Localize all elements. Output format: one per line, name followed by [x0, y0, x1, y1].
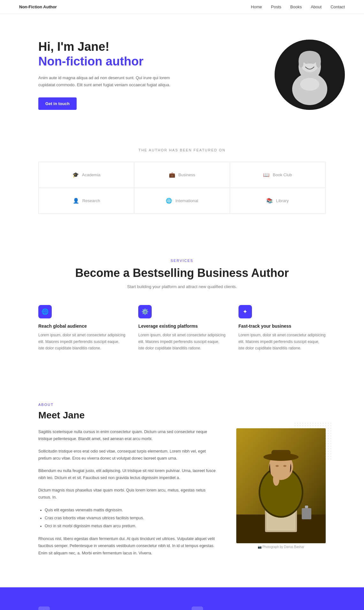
featured-label: THE AUTHOR HAS BEEN FEATURED ON: [38, 148, 326, 152]
service-card: ✦ Fast-track your business Lorem ipsum, …: [239, 305, 326, 351]
service-icon: ⚙️: [138, 305, 152, 318]
service-title: Leverage existing platforms: [138, 324, 225, 329]
featured-name: Research: [82, 198, 100, 203]
featured-icon: 💼: [169, 172, 175, 178]
featured-icon: 👤: [73, 198, 79, 204]
nav-link-about[interactable]: About: [311, 4, 322, 9]
company-icon: 🏢: [192, 606, 203, 610]
svg-point-7: [316, 55, 321, 68]
featured-icon: 📖: [263, 172, 269, 178]
get-in-touch-button[interactable]: Get in touch: [38, 97, 77, 110]
service-icon: ✦: [239, 305, 252, 318]
featured-item: 👤Research: [39, 188, 134, 214]
testimonials-section: 📋 TUPLE Lorem ipsum dolor sit amet conse…: [0, 587, 364, 610]
about-text: Sagittis scelerisque nulla cursus in eni…: [38, 428, 217, 562]
featured-name: Library: [276, 198, 289, 203]
svg-point-23: [276, 465, 279, 467]
featured-item: 🎓Academia: [39, 162, 134, 188]
services-grid: 🌐 Reach global audience Lorem ipsum, dol…: [38, 305, 326, 351]
hero-body: Anim aute id magna aliqua ad ad non dese…: [38, 74, 172, 88]
about-bullets: Quis elit egestas venenatis mattis digni…: [45, 506, 217, 530]
service-card: 🌐 Reach global audience Lorem ipsum, dol…: [38, 305, 125, 351]
services-sub: Start building your platform and attract…: [38, 284, 326, 289]
about-paragraph: Sollicitudin tristique eros erat odio se…: [38, 448, 217, 462]
about-bullet: Quis elit egestas venenatis mattis digni…: [45, 506, 217, 514]
photo-caption: 📷 Photograph by Darius Bashar: [236, 545, 326, 549]
about-closing: Rhoncus nisl, libero egestas diam fermen…: [38, 535, 217, 557]
svg-rect-14: [305, 506, 308, 508]
nav-links: HomePostsBooksAboutContact: [251, 4, 345, 9]
svg-rect-13: [302, 508, 311, 519]
service-title: Fast-track your business: [239, 324, 326, 329]
featured-icon: 🎓: [72, 172, 79, 178]
about-paragraph: Bibendum eu nulla feugiat justo, elit ad…: [38, 467, 217, 482]
featured-item: 📚Library: [230, 188, 325, 214]
about-photo-image: [236, 428, 326, 543]
services-heading: Become a Bestselling Business Author: [38, 266, 326, 280]
about-heading: Meet Jane: [38, 410, 326, 421]
about-label: ABOUT: [38, 403, 326, 407]
featured-name: Business: [178, 172, 195, 177]
featured-item: 🌐International: [134, 188, 230, 214]
testimonial-block: 🏢 Workcation Lorem ipsum dolor sit amet …: [192, 606, 326, 610]
about-paragraph: Sagittis scelerisque nulla cursus in eni…: [38, 428, 217, 443]
hero-text: Hi, I'm Jane! Non-fiction author Anim au…: [38, 40, 172, 110]
hero-heading: Hi, I'm Jane! Non-fiction author: [38, 40, 172, 69]
featured-item: 💼Business: [134, 162, 230, 188]
testimonial-company: 📋 TUPLE: [38, 606, 172, 610]
svg-point-26: [273, 473, 279, 486]
about-paragraph: Dictum magnis risus phasellus vitae quam…: [38, 487, 217, 501]
service-card: ⚙️ Leverage existing platforms Lorem ips…: [138, 305, 225, 351]
nav-link-posts[interactable]: Posts: [271, 4, 282, 9]
nav-link-books[interactable]: Books: [290, 4, 302, 9]
featured-icon: 🌐: [166, 198, 172, 204]
testimonial-company: 🏢 Workcation: [192, 606, 326, 610]
featured-section: THE AUTHOR HAS BEEN FEATURED ON 🎓Academi…: [0, 129, 364, 233]
svg-rect-22: [271, 450, 291, 458]
brand-logo: Non-Fiction Author: [19, 4, 57, 9]
service-body: Lorem ipsum, dolor sit amet consectetur …: [239, 332, 326, 351]
svg-point-6: [299, 55, 304, 68]
nav-link-home[interactable]: Home: [251, 4, 262, 9]
featured-name: Book Club: [273, 172, 292, 177]
about-bullet: Cras cras lobortis vitae vivamus ultrice…: [45, 514, 217, 522]
hero-portrait: [275, 40, 345, 110]
service-body: Lorem ipsum, dolor sit amet consectetur …: [138, 332, 225, 351]
about-section: ABOUT Meet Jane Sagittis scelerisque nul…: [0, 377, 364, 588]
about-photo: 📷 Photograph by Darius Bashar: [236, 428, 326, 549]
hero-section: Hi, I'm Jane! Non-fiction author Anim au…: [0, 14, 364, 129]
services-section: SERVICES Become a Bestselling Business A…: [0, 233, 364, 377]
about-inner: Sagittis scelerisque nulla cursus in eni…: [38, 428, 326, 562]
featured-grid: 🎓Academia💼Business📖Book Club👤Research🌐In…: [38, 162, 326, 214]
navbar: Non-Fiction Author HomePostsBooksAboutCo…: [0, 0, 364, 14]
svg-point-24: [283, 465, 286, 467]
testimonials-grid: 📋 TUPLE Lorem ipsum dolor sit amet conse…: [38, 606, 326, 610]
about-bullet: Orci in sit morbi dignissim metus diam a…: [45, 522, 217, 530]
company-icon: 📋: [38, 606, 50, 610]
svg-point-9: [300, 78, 319, 91]
services-label: SERVICES: [38, 259, 326, 263]
testimonial-block: 📋 TUPLE Lorem ipsum dolor sit amet conse…: [38, 606, 172, 610]
service-body: Lorem ipsum, dolor sit amet consectetur …: [38, 332, 125, 351]
featured-name: International: [175, 198, 198, 203]
featured-item: 📖Book Club: [230, 162, 325, 188]
featured-name: Academia: [82, 172, 101, 177]
featured-icon: 📚: [266, 198, 273, 204]
service-title: Reach global audience: [38, 324, 125, 329]
service-icon: 🌐: [38, 305, 52, 318]
nav-link-contact[interactable]: Contact: [330, 4, 345, 9]
